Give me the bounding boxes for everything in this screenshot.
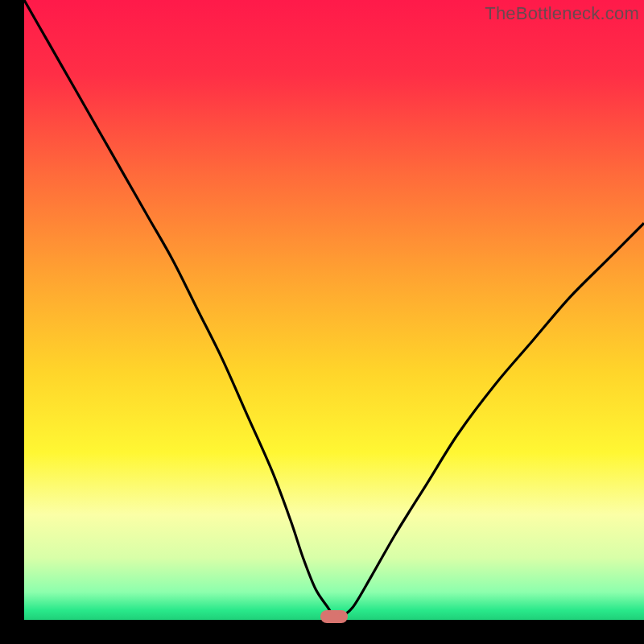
curve-layer [24,0,644,620]
optimal-marker [320,610,348,623]
bottleneck-chart: TheBottleneck.com [0,0,644,644]
watermark-text: TheBottleneck.com [485,3,639,24]
bottleneck-curve [24,0,644,618]
plot-area: TheBottleneck.com [24,0,644,620]
